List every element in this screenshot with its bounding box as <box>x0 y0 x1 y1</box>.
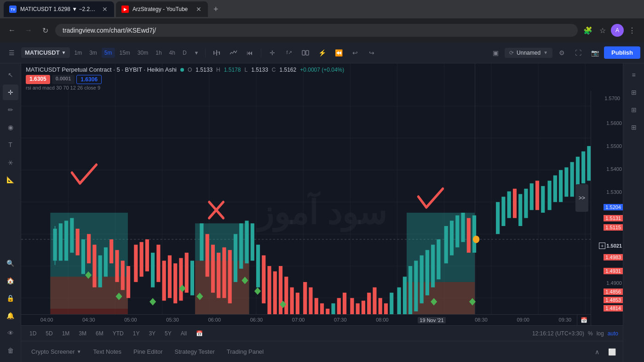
tab-youtube[interactable]: ▶ ArzStrategy - YouTube ✕ <box>116 1 208 17</box>
percent-label[interactable]: % <box>588 330 593 337</box>
watchlist-icon[interactable]: 🔍 <box>3 255 18 271</box>
new-tab-button[interactable]: + <box>210 3 222 16</box>
price-1493-highlight: 1.4931 <box>604 268 623 274</box>
cursor-tool[interactable]: ↖ <box>3 67 18 83</box>
timeframe-1h[interactable]: 1h <box>153 48 164 58</box>
strategy-tester-label: Strategy Tester <box>175 348 215 355</box>
shape-tool[interactable]: ◉ <box>3 119 18 135</box>
tab-text-notes[interactable]: Text Notes <box>88 345 127 358</box>
pattern-tool[interactable]: ⚹ <box>3 154 18 170</box>
rewind-btn[interactable]: ⏪ <box>331 45 346 60</box>
timeframe-30m[interactable]: 30m <box>135 48 151 58</box>
svg-rect-117 <box>524 189 528 218</box>
eye-icon[interactable]: 👁 <box>3 325 18 341</box>
measure-tool[interactable]: 📐 <box>3 172 18 187</box>
extensions-btn[interactable]: 🧩 <box>581 24 594 37</box>
symbol-selector[interactable]: MATICUSDT ▼ <box>21 47 70 58</box>
period-1y[interactable]: 1Y <box>129 329 144 338</box>
redo-btn[interactable]: ↪ <box>364 45 379 60</box>
period-6m[interactable]: 6M <box>92 329 107 338</box>
publish-button[interactable]: Publish <box>604 46 640 59</box>
replay-btn[interactable]: ⏮ <box>242 45 257 60</box>
period-1m[interactable]: 1M <box>58 329 74 338</box>
back-button[interactable]: ← <box>6 24 18 37</box>
fullscreen-btn[interactable]: ⛶ <box>571 45 586 60</box>
undo-btn[interactable]: ↩ <box>348 45 362 60</box>
time-500: 05:00 <box>124 317 137 323</box>
draw-tool[interactable]: ✏ <box>3 102 18 118</box>
svg-rect-101 <box>420 255 424 303</box>
unnamed-arrow: ▼ <box>543 50 548 55</box>
period-all[interactable]: All <box>177 329 190 338</box>
bookmark-btn[interactable]: ☆ <box>596 24 609 37</box>
svg-rect-49 <box>115 250 119 282</box>
home-icon[interactable]: 🏠 <box>3 273 18 288</box>
svg-rect-55 <box>151 253 155 287</box>
right-sidebar-icon-4[interactable]: ⊞ <box>626 119 642 135</box>
snapshot-btn[interactable]: 📷 <box>587 45 602 60</box>
right-sidebar-icon-2[interactable]: ⊞ <box>626 85 642 100</box>
log-label[interactable]: log <box>597 330 604 337</box>
period-3m[interactable]: 3M <box>75 329 90 338</box>
tab-close-youtube[interactable]: ✕ <box>195 5 202 14</box>
maximize-panel-btn[interactable]: ⬜ <box>605 345 618 358</box>
trash-icon[interactable]: 🗑 <box>3 343 18 358</box>
collapse-panel-btn[interactable]: ∧ <box>591 345 604 358</box>
tab-pine-editor[interactable]: Pine Editor <box>128 345 168 358</box>
svg-rect-6 <box>306 51 309 55</box>
period-5y[interactable]: 5Y <box>161 329 175 338</box>
chart-container: MATICUSDT Perpetual Contract · 5 · BYBIT… <box>21 63 623 362</box>
alert-icon[interactable]: 🔔 <box>3 308 18 323</box>
timeframe-more[interactable]: ▼ <box>191 48 202 57</box>
svg-rect-70 <box>239 223 243 269</box>
ohlc-data: O 1.5133 H 1.5178 L 1.5133 C 1.5162 +0.0… <box>188 67 344 73</box>
period-5d[interactable]: 5D <box>42 329 56 338</box>
price-boxes: 1.6305 0.0001 1.6306 <box>26 75 618 84</box>
separator-1 <box>205 48 206 57</box>
lock-icon[interactable]: 🔒 <box>3 290 18 306</box>
right-sidebar-icon-1[interactable]: ≡ <box>626 67 642 83</box>
timeframe-1m[interactable]: 1m <box>72 48 85 58</box>
watchlist-toggle[interactable]: ▣ <box>488 45 503 60</box>
hamburger-menu[interactable]: ☰ <box>4 45 19 61</box>
timeframe-5m[interactable]: 5m <box>102 48 115 58</box>
svg-rect-112 <box>496 202 500 234</box>
crosshair-btn[interactable]: ✛ <box>265 45 280 60</box>
indicator-label: rsi and macd 30 70 12 26 close 9 <box>26 85 618 90</box>
svg-rect-115 <box>513 189 517 218</box>
layout-selector[interactable]: ⟳ Unnamed ▼ <box>505 48 552 58</box>
text-tool[interactable]: T <box>3 137 18 153</box>
profile-btn[interactable]: A <box>611 24 624 37</box>
crosshair-tool[interactable]: ✛ <box>3 85 18 100</box>
right-sidebar-icon-3[interactable]: ⊞ <box>626 102 642 118</box>
timeframe-15m[interactable]: 15m <box>117 48 133 58</box>
settings-btn[interactable]: ⚙ <box>554 45 569 60</box>
tab-tradingview[interactable]: TV MATICUSDT 1.6298 ▼ −2.2% Un... ✕ <box>4 1 114 17</box>
address-input[interactable] <box>55 24 578 37</box>
alert-btn[interactable]: ⚡ <box>315 45 329 60</box>
indicator2-btn[interactable]: f↗ <box>282 45 296 60</box>
compare-btn[interactable] <box>298 45 313 60</box>
tab-crypto-screener[interactable]: Crypto Screener ▼ <box>26 345 87 358</box>
svg-rect-72 <box>251 223 254 260</box>
auto-label[interactable]: auto <box>608 330 618 337</box>
period-calendar[interactable]: 📅 <box>192 329 207 338</box>
refresh-button[interactable]: ↻ <box>39 24 52 37</box>
tab-strategy-tester[interactable]: Strategy Tester <box>169 345 220 358</box>
calendar-icon-area[interactable]: 📅 <box>577 314 591 325</box>
timeframe-3m[interactable]: 3m <box>86 48 100 58</box>
svg-rect-104 <box>437 239 440 279</box>
svg-rect-71 <box>245 221 248 263</box>
timeframe-d[interactable]: D <box>180 48 190 58</box>
tab-close-tradingview[interactable]: ✕ <box>101 5 109 14</box>
period-ytd[interactable]: YTD <box>109 329 127 338</box>
tab-trading-panel[interactable]: Trading Panel <box>221 345 269 358</box>
nav-arrow-right[interactable]: >> <box>575 184 588 212</box>
bar-type-btn[interactable] <box>209 45 224 60</box>
menu-btn[interactable]: ⋮ <box>626 24 638 37</box>
timeframe-4h[interactable]: 4h <box>167 48 178 58</box>
forward-button[interactable]: → <box>22 24 35 37</box>
indicator-btn[interactable] <box>226 45 241 60</box>
period-3y[interactable]: 3Y <box>145 329 159 338</box>
period-1d[interactable]: 1D <box>26 329 40 338</box>
